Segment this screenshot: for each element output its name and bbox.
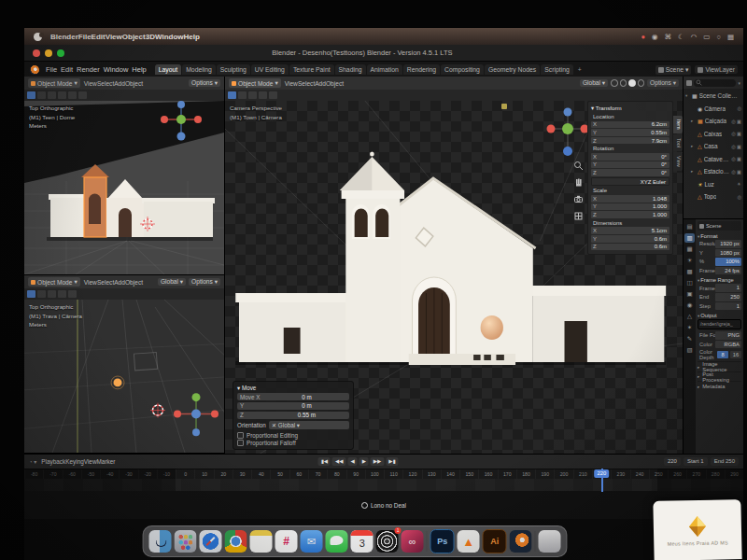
scene-selector[interactable]: Scene▾: [655, 65, 692, 75]
safari[interactable]: [200, 530, 222, 553]
next-keyframe[interactable]: ▶▶: [371, 457, 384, 466]
launchpad[interactable]: [175, 530, 197, 553]
calendar[interactable]: 3: [351, 530, 374, 553]
timeline-menu-item[interactable]: Keying: [65, 458, 84, 465]
viewport-menu-item[interactable]: Add: [315, 80, 326, 87]
shading-rendered-button[interactable]: [638, 79, 645, 87]
sidebar-tab[interactable]: View: [673, 152, 683, 171]
viewlayer-selector[interactable]: ViewLayer: [695, 65, 738, 74]
tool-rotate-icon[interactable]: [58, 91, 66, 99]
workspace-tab[interactable]: Modeling: [182, 64, 216, 75]
properties-breadcrumb[interactable]: Scene: [698, 221, 741, 231]
sidebar-tab[interactable]: Tool: [673, 134, 683, 151]
expander-icon[interactable]: ▸: [691, 119, 696, 123]
frame-start-field[interactable]: Start 1: [684, 457, 708, 466]
navigation-gizmo[interactable]: [546, 106, 589, 159]
chrome[interactable]: [225, 530, 247, 553]
slack[interactable]: #: [275, 530, 298, 553]
property-field[interactable]: Step 1: [698, 302, 741, 311]
visibility-toggles[interactable]: ◎ ▣: [731, 119, 741, 124]
creative-cloud[interactable]: ∞: [402, 530, 424, 553]
tool-select-box-icon[interactable]: [27, 290, 35, 298]
transform-row[interactable]: Dimensions: [591, 219, 669, 227]
operator-panel-title[interactable]: ▾ Move: [237, 385, 349, 391]
visibility-toggles[interactable]: ◎: [737, 194, 741, 200]
workspace-tab[interactable]: +: [574, 64, 585, 75]
pan-hand-icon[interactable]: [573, 177, 584, 188]
transform-row[interactable]: Y 0°: [591, 161, 669, 169]
tool[interactable]: ▤: [684, 222, 695, 231]
expander-icon[interactable]: ▸: [691, 144, 696, 148]
operator-value-field[interactable]: Z 0.55 m: [237, 412, 349, 419]
topbar-menu-item[interactable]: Render: [75, 65, 102, 74]
workspace-tab[interactable]: Scripting: [541, 64, 572, 75]
mode-dropdown[interactable]: Object Mode▾: [28, 277, 80, 287]
tool-cursor-icon[interactable]: [238, 91, 247, 99]
frame-range-panel-header[interactable]: ▾Frame Range: [698, 277, 741, 283]
outliner-editor-icon[interactable]: [686, 80, 692, 86]
mode-dropdown[interactable]: Object Mode▾: [229, 78, 281, 88]
timeline-menu-item[interactable]: View: [84, 458, 97, 465]
property-field[interactable]: Resolution X 1920 px: [698, 240, 741, 248]
blender[interactable]: [510, 530, 532, 553]
play-reverse[interactable]: ◀: [347, 457, 357, 466]
tool-cursor-icon[interactable]: [37, 91, 46, 99]
photoshop[interactable]: Ps: [430, 529, 455, 553]
output-path-field[interactable]: /render/igreja_: [698, 319, 741, 329]
viewport-main-canvas[interactable]: Camera Perspective (M1) Town | Câmera: [225, 101, 683, 454]
workspace-tab[interactable]: Texture Paint: [289, 64, 334, 75]
tool-transform-icon[interactable]: [78, 91, 87, 99]
tool-move-icon[interactable]: [248, 91, 257, 99]
output[interactable]: ▥: [684, 233, 695, 243]
transform-row[interactable]: X 5.1cm: [591, 227, 669, 234]
transform-row[interactable]: Y 1.000: [591, 203, 669, 211]
shading-material-button[interactable]: [628, 79, 636, 87]
viewport-top-orthographic[interactable]: Object Mode▾ ViewSelectAddObject Options…: [24, 77, 224, 275]
transform-row[interactable]: Z 7.9cm: [591, 137, 669, 145]
topbar-menu-item[interactable]: Help: [130, 65, 148, 74]
tool-move-icon[interactable]: [48, 91, 56, 99]
visibility-toggles[interactable]: ☀: [737, 181, 741, 187]
record-indicator[interactable]: ●: [641, 33, 645, 41]
tool-scale-icon[interactable]: [68, 91, 77, 99]
tool-move-icon[interactable]: [48, 290, 56, 298]
viewport-bottom-orthographic[interactable]: Object Mode▾ ViewSelectAddObject Global …: [24, 275, 224, 454]
menubar-item[interactable]: View: [106, 33, 122, 41]
vinyl-app[interactable]: 1: [376, 530, 399, 553]
property-field[interactable]: Color RGBA: [698, 341, 741, 349]
object[interactable]: ▣: [684, 289, 695, 299]
visibility-toggles[interactable]: ◎ ▣: [731, 156, 741, 161]
framerate-field[interactable]: Frame Rate 24 fps: [698, 267, 741, 275]
viewport-menu-item[interactable]: View: [84, 279, 97, 286]
property-field[interactable]: % 100%: [698, 258, 741, 266]
orientation-dropdown[interactable]: Global ▾: [580, 79, 608, 87]
topbar-menu-item[interactable]: Edit: [59, 65, 75, 74]
menubar-item[interactable]: File: [78, 33, 92, 41]
focus-moon[interactable]: ☾: [678, 33, 684, 41]
operator-checkbox-row[interactable]: Proportional Editing: [237, 431, 349, 439]
transform-row[interactable]: XYZ Euler: [591, 177, 669, 187]
format-panel-header[interactable]: ▾Format: [698, 233, 741, 239]
zoom-icon[interactable]: [573, 161, 584, 171]
outliner-row[interactable]: ▸ △ Casa ◎ ▣: [684, 140, 743, 153]
transform-row[interactable]: Y 0.55m: [591, 129, 669, 136]
transform-row[interactable]: X 1.048: [591, 195, 669, 203]
visibility-toggles[interactable]: ◎ ▣: [731, 144, 741, 149]
topbar-menu-item[interactable]: Window: [102, 65, 131, 74]
outliner-row[interactable]: △ Topo ◎: [684, 190, 743, 203]
divider[interactable]: [535, 531, 536, 552]
workspace-tab[interactable]: Layout: [155, 64, 181, 75]
viewport-bl-canvas[interactable]: Top Orthographic (M1) Trava | Câmera Met…: [24, 300, 224, 453]
tool-select-box-icon[interactable]: [228, 91, 236, 99]
options-dropdown[interactable]: Options ▾: [189, 278, 220, 286]
current-frame-field[interactable]: 220: [664, 457, 681, 466]
collection[interactable]: ◫: [684, 278, 695, 287]
timeline-menu-item[interactable]: Marker: [97, 458, 116, 465]
workspace-tab[interactable]: Sculpting: [217, 64, 250, 75]
visibility-toggles[interactable]: ◎ ▣: [731, 169, 741, 175]
expander-icon[interactable]: ▸: [691, 169, 696, 174]
viewport-menu-item[interactable]: Object: [326, 80, 344, 87]
tool-scale-icon[interactable]: [269, 91, 277, 99]
menubar-item[interactable]: Window: [155, 33, 184, 41]
checkbox[interactable]: [237, 440, 244, 446]
